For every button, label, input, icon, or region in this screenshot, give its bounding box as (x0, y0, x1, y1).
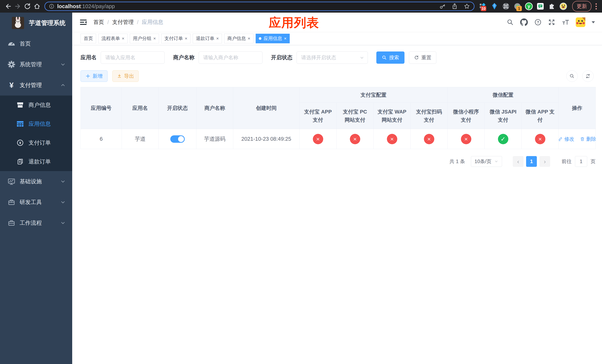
font-size-icon[interactable] (562, 18, 570, 26)
pagination-total: 共 1 条 (450, 158, 465, 165)
tags-view-bar: 首页 流程表单× 用户分组× 支付订单× 退款订单× 商户信息× 应用信息× (72, 32, 602, 45)
page-unit-label: 页 (591, 158, 595, 165)
sidebar-item-workflow[interactable]: 工作流程 (0, 213, 72, 233)
page-size-select[interactable]: 10条/页 (471, 156, 502, 167)
breadcrumb-home[interactable]: 首页 (93, 19, 104, 26)
wx-jsapi-status-icon: ✓ (498, 134, 508, 144)
tab-app-info[interactable]: 应用信息× (256, 34, 290, 43)
extension-gem-icon[interactable] (490, 2, 498, 10)
merchant-name-input[interactable] (199, 52, 262, 64)
password-key-icon[interactable] (439, 3, 446, 10)
close-icon[interactable]: × (122, 36, 124, 41)
group-wechat-config: 微信配置 (448, 87, 559, 103)
reset-button[interactable]: 重置 (409, 52, 436, 64)
cell-status (159, 129, 196, 149)
prev-page-button[interactable]: ‹ (513, 156, 524, 167)
close-icon[interactable]: × (248, 36, 250, 41)
col-app-name: 应用名 (122, 87, 159, 129)
extension-tag-manager-icon[interactable]: 10 (479, 2, 487, 10)
sidebar-item-label: 支付订单 (29, 139, 51, 147)
help-icon[interactable]: ? (534, 19, 542, 26)
share-icon[interactable] (451, 3, 458, 10)
user-avatar[interactable] (576, 17, 585, 27)
profile-avatar-icon[interactable] (559, 2, 567, 10)
add-button[interactable]: 新增 (81, 70, 108, 82)
browser-menu-icon[interactable] (594, 2, 599, 11)
github-icon[interactable] (520, 18, 528, 26)
pencil-icon (558, 137, 563, 141)
refresh-icon (585, 73, 591, 79)
goto-page-input[interactable] (575, 156, 587, 167)
sidebar-item-label: 商户信息 (29, 101, 51, 109)
header-search-icon[interactable] (506, 19, 514, 26)
show-search-button[interactable] (566, 70, 578, 82)
sidebar-item-dev-tools[interactable]: 研发工具 (0, 192, 72, 213)
sidebar-item-merchant-info[interactable]: 商户信息 (0, 96, 72, 114)
address-bar[interactable]: localhost:1024/pay/app (44, 2, 474, 11)
tab-home[interactable]: 首页 (81, 34, 96, 43)
tab-process-form[interactable]: 流程表单× (98, 34, 128, 43)
browser-update-button[interactable]: 更新 (572, 1, 591, 12)
edit-link[interactable]: 修改 (558, 136, 574, 142)
tab-refund-order[interactable]: 退款订单× (193, 34, 222, 43)
browser-forward-button[interactable] (13, 1, 22, 11)
col-alipay-qr: 支付宝扫码支付 (411, 103, 448, 129)
fullscreen-icon[interactable] (548, 19, 555, 26)
page-number-1[interactable]: 1 (526, 156, 537, 167)
site-info-icon[interactable] (49, 3, 55, 9)
sidebar-item-pay-order[interactable]: ¥ 支付订单 (0, 133, 72, 152)
tab-merchant-info[interactable]: 商户信息× (224, 34, 253, 43)
status-toggle[interactable] (170, 135, 185, 143)
browser-back-button[interactable] (3, 1, 13, 11)
col-alipay-pc: 支付宝 PC 网站支付 (336, 103, 374, 129)
sidebar-item-home[interactable]: 首页 (0, 33, 72, 54)
browser-reload-button[interactable] (22, 1, 32, 11)
trash-icon (580, 137, 585, 141)
breadcrumb-payment[interactable]: 支付管理 (112, 19, 134, 26)
tab-pay-order[interactable]: 支付订单× (161, 34, 191, 43)
briefcase-icon (7, 219, 16, 227)
shop-icon (16, 101, 24, 109)
extensions-puzzle-icon[interactable] (548, 2, 556, 10)
col-app-id: 应用编号 (81, 87, 122, 129)
extension-chat-icon[interactable] (536, 2, 544, 10)
browser-home-button[interactable] (32, 1, 42, 11)
bookmark-star-icon[interactable] (463, 3, 470, 10)
page-annotation: 应用列表 (269, 14, 319, 31)
col-wx-mini: 微信小程序支付 (448, 103, 485, 129)
breadcrumb-current: 应用信息 (142, 19, 163, 26)
refresh-icon (414, 55, 419, 60)
app-name-label: 应用名 (81, 54, 97, 61)
cell-app-name: 芋道 (122, 129, 159, 149)
sidebar-item-app-info[interactable]: 应用信息 (0, 114, 72, 133)
sidebar-item-system[interactable]: 系统管理 (0, 54, 72, 75)
avatar-caret-icon[interactable] (592, 21, 595, 23)
alipay-pc-status-icon: × (350, 134, 360, 144)
close-icon[interactable]: × (185, 36, 187, 41)
sidebar-item-payment[interactable]: ¥ 支付管理 (0, 75, 72, 96)
status-select[interactable] (297, 52, 368, 64)
export-button[interactable]: 导出 (112, 70, 139, 82)
sidebar-item-refund-order[interactable]: 退款订单 (0, 152, 72, 171)
merchant-name-label: 商户名称 (173, 54, 194, 61)
extension-recorder-icon[interactable]: 1 (513, 2, 521, 10)
search-button[interactable]: 搜索 (376, 52, 405, 64)
search-icon (569, 73, 575, 79)
reload-icon (24, 3, 31, 10)
sidebar-collapse-icon[interactable] (79, 18, 87, 26)
refresh-table-button[interactable] (582, 70, 594, 82)
tab-user-group[interactable]: 用户分组× (130, 34, 159, 43)
close-icon[interactable]: × (153, 36, 156, 41)
close-icon[interactable]: × (216, 36, 219, 41)
extension-command-icon[interactable] (502, 2, 510, 10)
extension-yudao-icon[interactable]: y (525, 2, 533, 10)
next-page-button[interactable]: › (539, 156, 550, 167)
delete-link[interactable]: 删除 (580, 136, 596, 142)
chevron-down-icon (494, 159, 498, 164)
close-icon[interactable]: × (284, 36, 287, 41)
sidebar-item-infra[interactable]: 基础设施 (0, 171, 72, 192)
goto-label: 前往 (562, 158, 572, 165)
status-select-input[interactable] (297, 52, 368, 64)
sidebar-logo[interactable]: 芋道管理系统 (0, 13, 72, 33)
app-name-input[interactable] (101, 52, 165, 64)
